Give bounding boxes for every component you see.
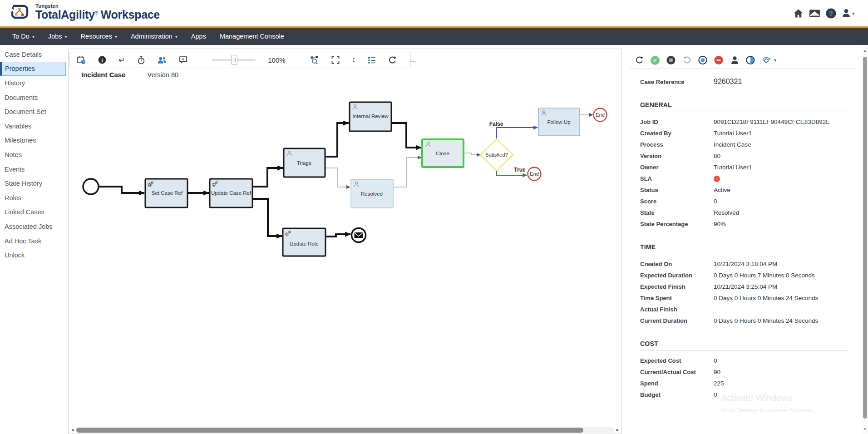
owner-icon[interactable] [730,56,739,65]
outline-list-icon[interactable] [368,55,376,64]
property-label: Case Reference [640,79,714,85]
help-icon[interactable]: ? [826,8,836,19]
case-actions-toolbar: ✓ ▾ [629,52,857,69]
svg-text:Update Case Ref: Update Case Ref [211,190,252,196]
suspend-icon[interactable] [666,56,676,65]
svg-text:Internal Review: Internal Review [352,113,389,119]
process-map-search-icon[interactable] [310,55,319,64]
info-icon[interactable]: i [98,55,106,64]
vertical-scrollbar[interactable]: ▲ ▼ [862,45,868,434]
node-close[interactable]: Close [422,139,464,167]
sidebar-item-events[interactable]: Events [0,162,66,177]
section-title: GENERAL [640,101,848,112]
node-satisfied-decision[interactable]: Satisfied? [480,139,513,171]
sidebar-item-milestones[interactable]: Milestones [0,133,66,148]
property-row: Current Duration0 Days 0 Hours 0 Minutes… [640,315,848,326]
progress-icon[interactable] [746,56,755,65]
sidebar-item-history[interactable]: History [0,76,66,90]
horizontal-scrollbar-thumb[interactable] [76,428,583,433]
svg-text:Resolved: Resolved [361,191,383,197]
refresh-icon[interactable] [388,55,397,64]
sidebar-item-document-set[interactable]: Document Set [0,104,66,119]
vertical-scrollbar-thumb[interactable] [863,57,867,419]
node-message-end-event[interactable] [352,228,366,242]
node-start-event[interactable] [83,179,99,194]
node-internal-review[interactable]: Internal Review [350,102,391,131]
property-row: Actual Finish [640,304,848,315]
jump-activity-icon[interactable] [762,56,771,65]
edge-satisfied-false-to-follow-up [497,128,538,139]
property-row: Current/Actual Cost90 [640,366,848,378]
complete-icon[interactable]: ✓ [651,56,660,65]
node-end-event-top[interactable]: End [594,108,607,122]
edge-label-false: False [489,121,503,127]
svg-text:End: End [530,171,539,177]
sidebar-item-roles[interactable]: Roles [0,191,66,205]
undo-icon[interactable] [682,56,691,65]
caret-down-icon: ▾ [115,34,117,39]
home-icon[interactable] [793,9,804,18]
node-triage[interactable]: Triage [284,148,325,177]
jump-activity-caret-icon[interactable]: ▾ [774,58,776,63]
property-row: Job ID9091CD218F9111EF90449CFCE83D892E [640,116,848,128]
scroll-down-icon[interactable]: ▼ [862,427,868,431]
record-icon[interactable] [698,56,707,65]
fullscreen-icon[interactable] [331,55,340,64]
terminate-icon[interactable] [714,56,723,65]
nav-item-administration[interactable]: Administration▾ [131,33,178,40]
sidebar-item-notes[interactable]: Notes [0,148,66,162]
return-icon[interactable]: ↵ [118,55,125,64]
node-update-case-ref[interactable]: Update Case Ref [210,179,252,207]
zoom-slider[interactable] [212,55,256,65]
scroll-left-icon[interactable]: ◄ [70,427,74,433]
scroll-right-icon[interactable]: ► [616,427,620,433]
nav-item-resources[interactable]: Resources▾ [81,33,117,40]
horizontal-scrollbar[interactable]: ◄ ► [70,427,620,433]
nav-item-management-console[interactable]: Management Console [220,33,284,40]
fit-height-icon[interactable]: ↕ [352,55,356,64]
zoom-slider-thumb[interactable] [231,55,237,65]
sidebar-item-linked-cases[interactable]: Linked Cases [0,205,66,220]
edge-resolved-to-close [393,158,421,187]
add-note-icon[interactable] [179,55,187,64]
sidebar-item-unlock[interactable]: Unlock [0,248,66,262]
stopwatch-icon[interactable] [137,55,145,64]
sidebar-item-state-history[interactable]: State History [0,176,66,191]
calendar-clock-icon[interactable] [77,55,86,64]
sidebar-item-documents[interactable]: Documents [0,90,66,105]
node-update-role[interactable]: Update Role [283,228,326,256]
sidebar-item-associated-jobs[interactable]: Associated Jobs [0,219,66,234]
property-row-sla: SLA [640,173,848,184]
node-resolved[interactable]: Resolved [351,179,393,208]
section-title: TIME [640,243,848,254]
user-menu-icon[interactable]: ▾ [842,9,854,18]
sidebar-item-case-details[interactable]: Case Details [0,47,66,62]
caret-down-icon: ▾ [175,34,178,39]
nav-item-apps[interactable]: Apps [191,33,206,40]
sidebar-item-ad-hoc-task[interactable]: Ad Hoc Task [0,234,66,248]
sidebar-item-variables[interactable]: Variables [0,119,66,133]
refresh-icon[interactable] [635,56,644,65]
svg-text:Follow Up: Follow Up [547,119,570,125]
nav-item-jobs[interactable]: Jobs▾ [48,33,67,40]
diagram-toolbar: i ↵ 100% ↕ [69,52,411,68]
node-set-case-ref[interactable]: Set Case Ref [145,179,187,207]
svg-text:Satisfied?: Satisfied? [485,152,508,158]
caret-down-icon: ▾ [65,34,67,39]
node-follow-up[interactable]: Follow Up [538,108,580,136]
process-name: Incident Case [81,71,126,79]
back-icon[interactable]: ← [409,55,417,64]
property-row: Expected Finish10/21/2024 3:25:04 PM [640,281,848,292]
mail-icon[interactable] [809,9,820,18]
caret-down-icon: ▾ [32,34,35,39]
scroll-up-icon[interactable]: ▲ [862,49,868,53]
nav-item-to-do[interactable]: To Do▾ [12,33,35,40]
node-end-event-bottom[interactable]: End [528,168,541,181]
assign-resources-icon[interactable] [158,55,167,64]
case-reference-value: 9260321 [714,78,742,86]
svg-text:?: ? [829,10,833,17]
edge-close-to-satisfied [464,153,480,155]
section-general: GENERAL Job ID9091CD218F9111EF90449CFCE8… [640,101,848,230]
sidebar-item-properties[interactable]: Properties [0,62,66,76]
svg-text:Close: Close [436,151,449,156]
